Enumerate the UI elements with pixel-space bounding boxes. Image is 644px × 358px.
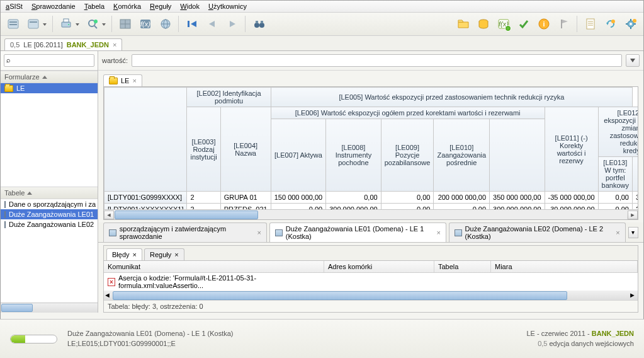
table-row[interactable]: [LDTY001:XXXXXXXX1]2PRZEDS. 0210,00300 0… [105, 204, 638, 210]
collapse-icon [42, 76, 47, 79]
tb-report-icon[interactable] [4, 15, 22, 33]
table-icon [4, 221, 6, 228]
err-col-adres[interactable]: Adres komórki [324, 261, 434, 272]
tb-report-dropdown-icon[interactable] [25, 15, 42, 33]
svg-rect-6 [64, 19, 69, 22]
tb-nav-next-icon[interactable] [223, 15, 241, 33]
menu-sprawozdanie[interactable]: Sprawozdanie [31, 3, 76, 10]
tb-gear-icon[interactable] [622, 15, 640, 33]
col-le002[interactable]: [LE002] Identyfikacja podmiotu [187, 88, 271, 107]
menu-reguly[interactable]: Reguły [150, 3, 171, 10]
tree-item[interactable]: LE [1, 83, 98, 93]
col-le010[interactable]: [LE010] Zaangażowania pośrednie [434, 119, 490, 192]
col-le004[interactable]: [LE004] Nazwa [220, 107, 271, 192]
close-icon[interactable]: × [616, 229, 619, 236]
menu-asist[interactable]: aSISt [6, 3, 23, 10]
svg-point-24 [259, 23, 264, 28]
tabs-overflow-button[interactable]: ▾ [628, 227, 638, 238]
tree-item[interactable]: Dane o sporządzającym i za [1, 199, 98, 209]
col-le007[interactable]: [LE007] Aktywa [271, 119, 325, 192]
document-tab-row: 0,5 LE [06.2011] BANK_JEDN × [1, 36, 643, 51]
value-label: wartość: [102, 57, 128, 64]
svg-rect-33 [587, 19, 594, 29]
errors-tab-bledy[interactable]: Błędy× [106, 248, 142, 260]
tb-nav-prev-icon[interactable] [203, 15, 221, 33]
menu-uzytkownicy[interactable]: Użytkownicy [208, 3, 247, 10]
tabele-header[interactable]: Tabele [1, 187, 98, 199]
menu-tabela[interactable]: Tabela [84, 3, 105, 10]
err-col-miara[interactable]: Miara [491, 261, 638, 272]
svg-rect-19 [188, 21, 189, 27]
err-h-scrollbar[interactable]: ◄ ► [104, 291, 638, 300]
err-col-tabela[interactable]: Tabela [434, 261, 491, 272]
tb-print-dropdown-icon[interactable] [57, 15, 75, 33]
tb-flag-icon[interactable] [555, 15, 573, 33]
svg-rect-2 [9, 24, 17, 25]
status-bar: Duże Zaangażowania LE01 (Domena) - LE 1 … [0, 319, 644, 358]
tb-fx-check-icon[interactable]: f(x) [495, 15, 512, 33]
svg-marker-37 [606, 23, 609, 25]
error-row[interactable]: ×Asercja o kodzie: 'Formula#t-LE-2011-05… [104, 273, 638, 291]
menu-komorka[interactable]: Komórka [113, 3, 141, 10]
svg-text:f(x): f(x) [499, 20, 509, 28]
tb-search-dropdown-icon[interactable] [84, 15, 101, 33]
tb-nav-first-icon[interactable] [183, 15, 201, 33]
col-le009[interactable]: [LE009] Pozycje pozabilansowe [381, 119, 434, 192]
close-icon[interactable]: × [133, 251, 137, 258]
value-input[interactable] [132, 54, 622, 67]
formularze-header[interactable]: Formularze [1, 71, 98, 83]
col-le003[interactable]: [LE003] Rodzaj instytucji [187, 107, 220, 192]
col-le013[interactable]: [LE013] W tym: portfel bankowy [598, 157, 632, 192]
col-le006[interactable]: [LE006] Wartość ekspozycji ogółem przed … [271, 107, 545, 119]
tree-item[interactable]: Duże Zaangażowania LE02 [1, 219, 98, 229]
tb-grid1-icon[interactable] [116, 15, 134, 33]
document-tab[interactable]: 0,5 LE [06.2011] BANK_JEDN × [4, 38, 122, 50]
search-icon: ⌕ [6, 56, 11, 64]
tb-db-icon[interactable] [475, 15, 492, 33]
status-meta: Duże Zaangażowania LE01 (Domena) - LE 1 … [67, 329, 234, 349]
status-right: LE - czerwiec 2011 - BANK_JEDN 0,5 edycj… [526, 329, 634, 349]
col-le005[interactable]: [LE005] Wartość ekspozycji przed zastoso… [271, 88, 632, 107]
progress-bar [10, 335, 57, 344]
folder-icon [4, 85, 13, 92]
tree-item[interactable]: Duże Zaangażowania LE01 [1, 209, 98, 219]
tb-doc-icon[interactable] [582, 15, 599, 33]
toolbar: f(x) f(x) i [1, 13, 643, 36]
col-le011[interactable]: [LE011] (-) Korekty wartości i rezerwy [545, 107, 598, 192]
sheet-tab-le[interactable]: LE × [103, 74, 142, 86]
close-icon[interactable]: × [113, 41, 116, 49]
tb-globe-icon[interactable] [157, 15, 174, 33]
table-row[interactable]: [LDTY001:G0999XXXX]2GRUPA 01150 000 000,… [105, 192, 638, 204]
svg-rect-1 [9, 21, 17, 23]
tb-binoculars-icon[interactable] [250, 15, 268, 33]
col-le008[interactable]: [LE008] Instrumenty pochodne [326, 119, 381, 192]
btab-1[interactable]: Duże Zaangażowania LE01 (Domena) - LE 1 … [269, 222, 446, 242]
tb-fx-icon[interactable]: f(x) [137, 15, 154, 33]
grid-h-scrollbar[interactable]: ◄ ► [104, 209, 638, 219]
svg-point-45 [633, 19, 636, 23]
btab-2[interactable]: Duże Zaangażowania LE02 (Domena) - LE 2 … [449, 222, 626, 242]
tb-info-icon[interactable]: i [535, 15, 553, 33]
svg-line-9 [94, 26, 97, 28]
menu-widok[interactable]: Widok [180, 3, 200, 10]
col-le012[interactable]: [LE012] Wartość ekspozycji przed efektem… [598, 107, 638, 157]
close-icon[interactable]: × [257, 229, 261, 236]
tb-refresh-icon[interactable] [602, 15, 619, 33]
tb-folder-icon[interactable] [455, 15, 472, 33]
close-icon[interactable]: × [436, 229, 440, 236]
svg-point-10 [94, 20, 98, 23]
tb-check-icon[interactable] [515, 15, 533, 33]
close-icon[interactable]: × [132, 77, 136, 84]
tree-search-input[interactable] [4, 54, 94, 67]
svg-rect-25 [256, 21, 258, 23]
svg-rect-4 [30, 21, 37, 23]
left-scrollbar[interactable] [1, 303, 98, 313]
btab-0[interactable]: sporządzającym i zatwierdzającym sprawoz… [103, 222, 267, 242]
svg-point-38 [611, 20, 615, 23]
value-dropdown-button[interactable] [626, 54, 640, 67]
folder-icon [109, 78, 118, 84]
close-icon[interactable]: × [174, 251, 178, 258]
errors-tab-reguly[interactable]: Reguły× [144, 248, 184, 260]
svg-marker-22 [230, 21, 235, 27]
err-col-komunikat[interactable]: Komunikat [104, 261, 324, 272]
